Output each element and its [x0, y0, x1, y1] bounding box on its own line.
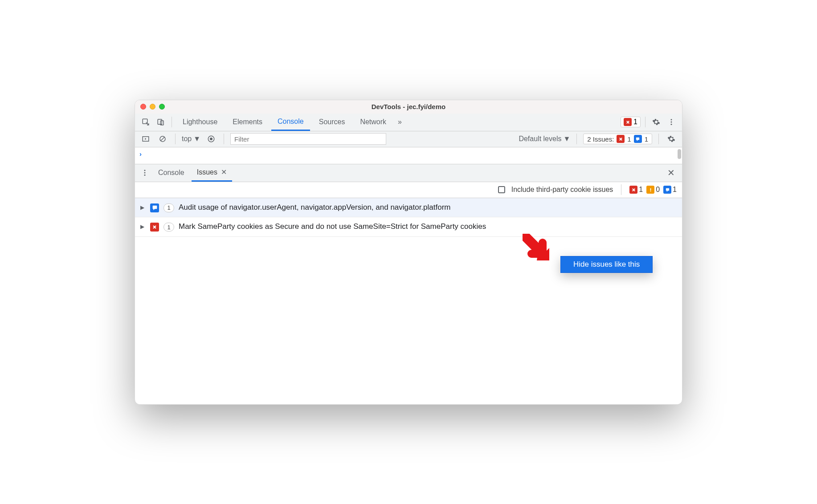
- error-icon: [629, 186, 637, 194]
- drawer-tab-issues[interactable]: Issues ✕: [192, 164, 232, 182]
- svg-point-11: [144, 172, 146, 174]
- context-menu: Hide issues like this: [560, 256, 653, 273]
- drawer-tab-label: Console: [158, 169, 184, 177]
- context-menu-item-hide[interactable]: Hide issues like this: [573, 260, 640, 269]
- disclosure-triangle-icon[interactable]: ▶: [140, 224, 146, 230]
- console-prompt: ›: [139, 150, 142, 158]
- info-icon: [663, 186, 671, 194]
- warn-icon: [646, 186, 654, 194]
- error-count: 1: [633, 118, 637, 126]
- info-icon: [150, 203, 159, 212]
- error-count: 1: [639, 186, 643, 194]
- svg-rect-9: [636, 137, 639, 140]
- svg-point-4: [671, 122, 672, 123]
- tab-console[interactable]: Console: [271, 114, 310, 131]
- third-party-checkbox[interactable]: [498, 186, 505, 193]
- info-counter[interactable]: 1: [663, 186, 677, 194]
- issue-title: Audit usage of navigator.userAgent, navi…: [179, 203, 677, 213]
- issue-title: Mark SameParty cookies as Secure and do …: [179, 222, 677, 232]
- scrollbar-thumb[interactable]: [678, 149, 681, 159]
- svg-point-8: [210, 138, 212, 140]
- svg-rect-15: [666, 188, 669, 191]
- console-toolbar: top ▼ Default levels ▼ 2 Issues: 1 1: [135, 131, 682, 147]
- info-count: 1: [673, 186, 677, 194]
- info-icon: [634, 135, 642, 143]
- filter-input[interactable]: [230, 133, 386, 145]
- svg-rect-16: [152, 206, 157, 209]
- drawer-tabbar: Console Issues ✕ ✕: [135, 164, 682, 182]
- tab-sources[interactable]: Sources: [313, 114, 351, 131]
- chevron-down-icon: ▼: [563, 135, 570, 143]
- tab-elements[interactable]: Elements: [226, 114, 269, 131]
- warn-count: 0: [656, 186, 660, 194]
- svg-point-12: [144, 175, 146, 176]
- levels-label: Default levels: [519, 135, 561, 143]
- issues-list: ▶ 1 Audit usage of navigator.userAgent, …: [135, 198, 682, 237]
- settings-icon[interactable]: [650, 116, 662, 128]
- window-title: DevTools - jec.fyi/demo: [135, 103, 682, 110]
- issue-row[interactable]: ▶ 1 Mark SameParty cookies as Secure and…: [135, 217, 682, 237]
- warn-counter[interactable]: 0: [646, 186, 660, 194]
- log-levels-selector[interactable]: Default levels ▼: [519, 135, 570, 143]
- error-count-badge[interactable]: 1: [621, 117, 641, 127]
- divider: [576, 134, 577, 144]
- issues-info-count: 1: [645, 135, 648, 143]
- divider: [224, 134, 224, 144]
- more-menu-icon[interactable]: [665, 116, 678, 128]
- issue-count-pill: 1: [163, 203, 174, 212]
- close-drawer-icon[interactable]: ✕: [664, 167, 678, 178]
- divider: [172, 117, 172, 127]
- svg-point-5: [671, 124, 672, 125]
- issue-row[interactable]: ▶ 1 Audit usage of navigator.userAgent, …: [135, 198, 682, 218]
- svg-point-10: [144, 170, 146, 171]
- main-tabbar: Lighthouse Elements Console Sources Netw…: [135, 114, 682, 131]
- toggle-device-icon[interactable]: [155, 116, 167, 128]
- third-party-label: Include third-party cookie issues: [511, 186, 613, 194]
- drawer-tab-label: Issues: [197, 168, 217, 176]
- issues-toolbar: Include third-party cookie issues 1 0 1: [135, 182, 682, 198]
- console-settings-icon[interactable]: [665, 133, 678, 145]
- error-icon: [617, 135, 625, 143]
- toggle-sidebar-icon[interactable]: [139, 133, 152, 145]
- svg-point-3: [671, 119, 672, 120]
- tab-network[interactable]: Network: [354, 114, 392, 131]
- svg-rect-1: [158, 119, 162, 124]
- error-icon: [624, 118, 632, 126]
- clear-console-icon[interactable]: [156, 133, 169, 145]
- inspect-element-icon[interactable]: [139, 116, 152, 128]
- drawer-more-icon[interactable]: [139, 167, 151, 179]
- svg-rect-14: [650, 191, 651, 191]
- error-counter[interactable]: 1: [629, 186, 643, 194]
- tab-lighthouse[interactable]: Lighthouse: [176, 114, 224, 131]
- titlebar: DevTools - jec.fyi/demo: [135, 100, 682, 114]
- divider: [175, 134, 176, 144]
- disclosure-triangle-icon[interactable]: ▶: [140, 204, 146, 211]
- issues-summary[interactable]: 2 Issues: 1 1: [583, 134, 652, 144]
- drawer-tab-console[interactable]: Console: [153, 164, 190, 182]
- issues-label: 2 Issues:: [587, 135, 614, 143]
- divider: [658, 134, 659, 144]
- tabs-overflow-button[interactable]: »: [395, 114, 404, 131]
- divider: [645, 117, 645, 127]
- console-body[interactable]: ›: [135, 147, 682, 164]
- issue-counts: 1 0 1: [629, 186, 677, 194]
- issues-error-count: 1: [627, 135, 631, 143]
- chevron-down-icon: ▼: [193, 135, 200, 143]
- error-icon: [150, 223, 159, 232]
- close-tab-icon[interactable]: ✕: [221, 168, 227, 176]
- live-expression-icon[interactable]: [205, 133, 217, 145]
- context-label: top: [182, 135, 192, 143]
- issue-count-pill: 1: [163, 223, 174, 232]
- devtools-window: DevTools - jec.fyi/demo Lighthouse Eleme…: [135, 100, 682, 405]
- execution-context-selector[interactable]: top ▼: [182, 135, 200, 143]
- svg-rect-13: [650, 188, 651, 190]
- divider: [621, 184, 621, 195]
- annotation-arrow-icon: [523, 234, 554, 267]
